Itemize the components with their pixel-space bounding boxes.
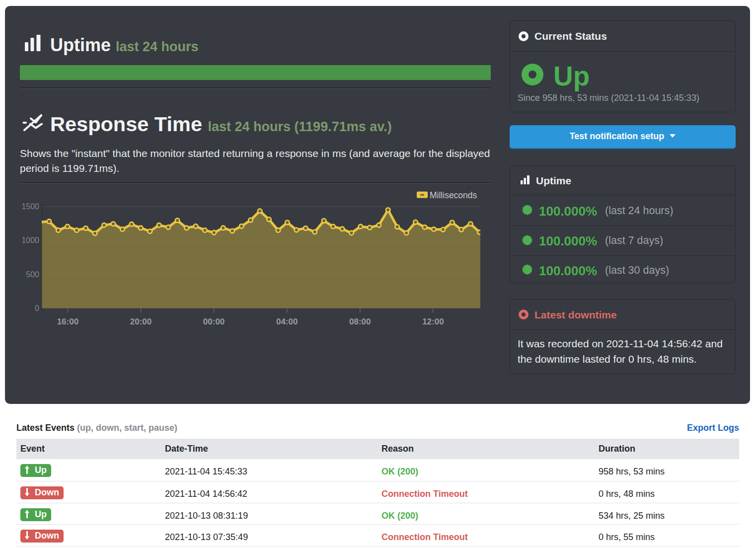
- svg-text:Milliseconds: Milliseconds: [430, 190, 477, 200]
- svg-text:04:00: 04:00: [276, 317, 298, 326]
- svg-text:500: 500: [26, 270, 39, 279]
- svg-text:12:00: 12:00: [422, 317, 444, 326]
- svg-text:1000: 1000: [21, 236, 39, 244]
- svg-text:0: 0: [35, 304, 39, 313]
- svg-text:1500: 1500: [21, 202, 39, 211]
- svg-text:08:00: 08:00: [349, 317, 371, 326]
- svg-text:00:00: 00:00: [203, 317, 225, 326]
- svg-text:16:00: 16:00: [57, 317, 78, 326]
- svg-text:20:00: 20:00: [130, 317, 151, 326]
